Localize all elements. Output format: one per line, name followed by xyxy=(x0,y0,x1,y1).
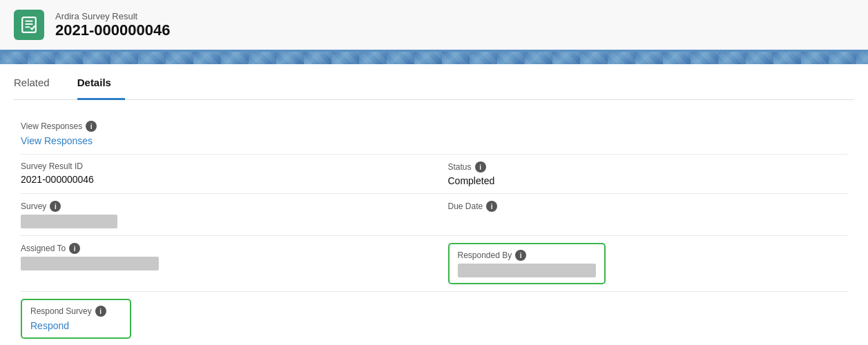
main-content: Related Details View Responses i View Re… xyxy=(0,64,868,345)
header-title: 2021-000000046 xyxy=(55,21,170,39)
due-date-label: Due Date i xyxy=(448,201,820,212)
svg-rect-0 xyxy=(22,17,36,32)
view-responses-label: View Responses i xyxy=(21,121,820,132)
assigned-to-value-placeholder xyxy=(21,257,159,270)
header-subtitle: Ardira Survey Result xyxy=(55,11,170,21)
page-header: Ardira Survey Result 2021-000000046 xyxy=(0,0,868,52)
view-responses-info-icon[interactable]: i xyxy=(86,121,97,132)
responded-by-cell: Responded By i xyxy=(434,236,848,291)
status-label: Status i xyxy=(448,161,820,172)
header-icon xyxy=(14,10,44,40)
responded-by-info-icon[interactable]: i xyxy=(515,250,526,261)
survey-result-id-label: Survey Result ID xyxy=(21,161,407,171)
tab-details[interactable]: Details xyxy=(77,64,125,100)
respond-survey-info-icon[interactable]: i xyxy=(95,306,106,317)
responded-by-value-placeholder xyxy=(458,264,596,277)
survey-result-id-value: 2021-000000046 xyxy=(21,174,407,185)
responded-by-label: Responded By i xyxy=(458,250,596,261)
respond-survey-label: Respond Survey i xyxy=(30,306,122,317)
survey-info-icon[interactable]: i xyxy=(50,201,61,212)
assigned-responded-row: Assigned To i Responded By i xyxy=(21,236,847,292)
id-status-row: Survey Result ID 2021-000000046 Status i… xyxy=(21,155,847,194)
tab-related[interactable]: Related xyxy=(14,64,64,100)
responded-by-highlight: Responded By i xyxy=(448,243,606,284)
assigned-to-label: Assigned To i xyxy=(21,243,407,254)
survey-icon xyxy=(20,16,38,34)
details-form: View Responses i View Responses Survey R… xyxy=(14,114,854,345)
assigned-to-cell: Assigned To i xyxy=(21,236,434,291)
respond-link[interactable]: Respond xyxy=(30,320,69,331)
survey-value-placeholder xyxy=(21,215,117,228)
survey-cell: Survey i xyxy=(21,194,434,235)
header-text: Ardira Survey Result 2021-000000046 xyxy=(55,11,170,39)
due-date-cell: Due Date i xyxy=(434,194,848,235)
respond-survey-highlight: Respond Survey i Respond xyxy=(21,299,131,339)
survey-result-id-cell: Survey Result ID 2021-000000046 xyxy=(21,155,434,193)
status-info-icon[interactable]: i xyxy=(475,161,486,172)
due-date-info-icon[interactable]: i xyxy=(486,201,497,212)
respond-survey-cell: Respond Survey i Respond xyxy=(21,292,847,345)
assigned-to-info-icon[interactable]: i xyxy=(69,243,80,254)
survey-label: Survey i xyxy=(21,201,407,212)
view-responses-row: View Responses i View Responses xyxy=(21,114,847,155)
view-responses-cell: View Responses i View Responses xyxy=(21,114,847,154)
respond-survey-row: Respond Survey i Respond xyxy=(21,292,847,345)
tab-bar: Related Details xyxy=(14,64,854,100)
survey-duedate-row: Survey i Due Date i xyxy=(21,194,847,236)
view-responses-link[interactable]: View Responses xyxy=(21,135,93,146)
status-value: Completed xyxy=(448,175,820,186)
status-cell: Status i Completed xyxy=(434,155,848,193)
decorative-banner xyxy=(0,52,868,64)
